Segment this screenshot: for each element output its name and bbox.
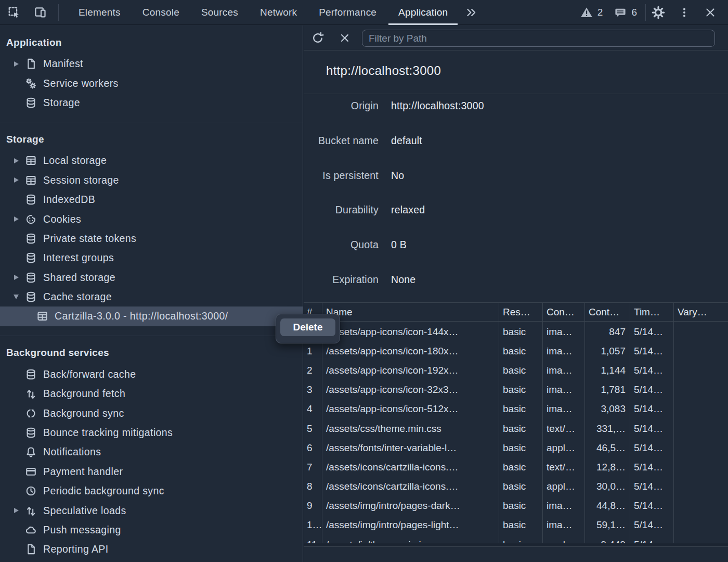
cell-num: 2 xyxy=(304,361,322,380)
cell-time: 5/14… xyxy=(630,477,673,496)
sidebar-item-manifest[interactable]: Manifest xyxy=(0,54,303,73)
tab-console[interactable]: Console xyxy=(132,0,190,25)
toolbar-right: 2 6 xyxy=(577,3,728,22)
tab-sources[interactable]: Sources xyxy=(190,0,249,25)
detail-value-expiration: None xyxy=(391,274,415,286)
expander-right-icon[interactable] xyxy=(12,216,20,222)
expander-down-icon[interactable] xyxy=(12,295,20,299)
sidebar-item-cookies[interactable]: Cookies xyxy=(0,209,303,228)
close-devtools-icon[interactable] xyxy=(701,3,720,22)
cell-num: 8 xyxy=(304,477,322,496)
detail-value-quota: 0 B xyxy=(391,239,407,251)
sidebar-item-session-storage[interactable]: Session storage xyxy=(0,171,303,190)
column-header-vary[interactable]: Vary… xyxy=(673,303,728,321)
table-row[interactable]: 3/assets/app-icons/icon-32x3…basicima…1,… xyxy=(304,380,728,400)
database-icon xyxy=(25,427,37,439)
issues-icon[interactable] xyxy=(611,3,630,22)
more-tabs-icon[interactable] xyxy=(462,3,480,22)
table-row[interactable]: 9/assets/img/intro/pages-dark…basicima…4… xyxy=(304,496,728,516)
sidebar-item-cartzilla-3-0-0-http-localhost-3000[interactable]: Cartzilla-3.0.0 - http://localhost:3000/ xyxy=(0,306,303,326)
expander-right-icon[interactable] xyxy=(12,177,20,183)
sidebar-item-background-fetch[interactable]: Background fetch xyxy=(0,384,303,403)
section-header-storage: Storage xyxy=(0,130,303,149)
sidebar-item-push-messaging[interactable]: Push messaging xyxy=(0,520,303,540)
arrows-up-down-icon xyxy=(25,505,37,517)
table-row[interactable]: 1/assets/app-icons/icon-180x…basicima…1,… xyxy=(304,341,728,361)
cell-time: 5/14… xyxy=(630,322,673,341)
cache-entries-grid: #NameRes…Con…Cont…Tim…Vary… 0/assets/app… xyxy=(304,302,728,562)
credit-card-icon xyxy=(25,466,37,478)
tab-elements[interactable]: Elements xyxy=(68,0,132,25)
expander-right-icon[interactable] xyxy=(12,275,20,280)
cell-res: basic xyxy=(499,400,542,419)
sidebar-item-speculative-loads[interactable]: Speculative loads xyxy=(0,501,303,520)
expander-right-icon[interactable] xyxy=(12,61,20,67)
inspect-icon[interactable] xyxy=(4,3,23,22)
cell-vary xyxy=(673,380,728,400)
cache-storage-panel: http://localhost:3000 Originhttp://local… xyxy=(304,25,728,562)
device-toolbar-icon[interactable] xyxy=(31,3,49,22)
column-header-tim[interactable]: Tim… xyxy=(630,303,673,321)
sidebar-item-indexeddb[interactable]: IndexedDB xyxy=(0,190,303,209)
expander-right-icon[interactable] xyxy=(12,158,20,163)
sidebar-item-label: Notifications xyxy=(43,446,101,458)
sidebar-item-payment-handler[interactable]: Payment handler xyxy=(0,462,303,481)
sidebar-item-service-workers[interactable]: Service workers xyxy=(0,73,303,93)
sidebar-item-back-forward-cache[interactable]: Back/forward cache xyxy=(0,365,303,384)
column-header-cont[interactable]: Cont… xyxy=(584,303,630,321)
table-row[interactable]: 6/assets/fonts/inter-variable-l…basicapp… xyxy=(304,438,728,457)
sidebar-item-background-sync[interactable]: Background sync xyxy=(0,403,303,423)
detail-row: Durabilityrelaxed xyxy=(304,198,728,233)
table-row[interactable]: 5/assets/css/theme.min.cssbasictext/…331… xyxy=(304,419,728,438)
sidebar-item-cache-storage[interactable]: Cache storage xyxy=(0,287,303,306)
sidebar-item-notifications[interactable]: Notifications xyxy=(0,442,303,462)
cell-res: basic xyxy=(499,438,542,457)
cell-name: /assets/js/theme.min.js xyxy=(322,535,499,543)
sidebar-item-storage[interactable]: Storage xyxy=(0,93,303,112)
tab-network[interactable]: Network xyxy=(249,0,308,25)
sidebar-item-local-storage[interactable]: Local storage xyxy=(0,151,303,170)
table-row[interactable]: 0/assets/app-icons/icon-144x…basicima…84… xyxy=(304,322,728,341)
kebab-menu-icon[interactable] xyxy=(675,3,694,22)
clear-icon[interactable] xyxy=(336,29,354,47)
column-header-name[interactable]: Name xyxy=(322,303,499,321)
database-icon xyxy=(25,233,37,245)
cell-con: ima… xyxy=(542,516,584,535)
column-header-con[interactable]: Con… xyxy=(542,303,584,321)
cell-time: 5/14… xyxy=(630,516,673,535)
settings-gear-icon[interactable] xyxy=(649,3,668,22)
tab-application[interactable]: Application xyxy=(387,0,459,25)
expander-right-icon[interactable] xyxy=(12,508,20,513)
filter-by-path-input[interactable] xyxy=(362,30,715,47)
devtools-toolbar: ElementsConsoleSourcesNetworkPerformance… xyxy=(0,0,728,25)
context-menu-delete[interactable]: Delete xyxy=(280,318,335,336)
cell-vary xyxy=(673,535,728,543)
database-icon xyxy=(25,194,37,206)
table-row[interactable]: 7/assets/icons/cartzilla-icons.…basictex… xyxy=(304,457,728,477)
issue-count[interactable]: 6 xyxy=(631,7,637,18)
cell-time: 5/14… xyxy=(630,457,673,477)
table-row[interactable]: 1…/assets/img/intro/pages-light…basicima… xyxy=(304,516,728,535)
table-row[interactable]: 8/assets/icons/cartzilla-icons.…basicapp… xyxy=(304,477,728,496)
table-row[interactable]: 11/assets/js/theme.min.jsbasicappl…9,449… xyxy=(304,535,728,543)
sidebar-item-reporting-api[interactable]: Reporting API xyxy=(0,540,303,559)
warning-count[interactable]: 2 xyxy=(597,7,603,18)
sidebar-item-private-state-tokens[interactable]: Private state tokens xyxy=(0,229,303,248)
warning-icon[interactable] xyxy=(577,3,596,22)
cell-res: basic xyxy=(499,516,542,535)
cell-size: 1,144 xyxy=(584,361,630,380)
detail-row: Quota0 B xyxy=(304,233,728,268)
arrows-up-down-icon xyxy=(25,388,37,400)
sidebar-item-bounce-tracking-mitigations[interactable]: Bounce tracking mitigations xyxy=(0,423,303,442)
refresh-icon[interactable] xyxy=(309,29,327,47)
sidebar-item-interest-groups[interactable]: Interest groups xyxy=(0,248,303,267)
cell-vary xyxy=(673,419,728,438)
cell-res: basic xyxy=(499,457,542,477)
cache-filter-bar xyxy=(304,25,728,50)
sidebar-item-periodic-background-sync[interactable]: Periodic background sync xyxy=(0,481,303,501)
table-row[interactable]: 2/assets/app-icons/icon-192x…basicima…1,… xyxy=(304,361,728,380)
tab-performance[interactable]: Performance xyxy=(308,0,387,25)
column-header-res[interactable]: Res… xyxy=(499,303,542,321)
sidebar-item-shared-storage[interactable]: Shared storage xyxy=(0,268,303,287)
table-row[interactable]: 4/assets/app-icons/icon-512x…basicima…3,… xyxy=(304,400,728,419)
